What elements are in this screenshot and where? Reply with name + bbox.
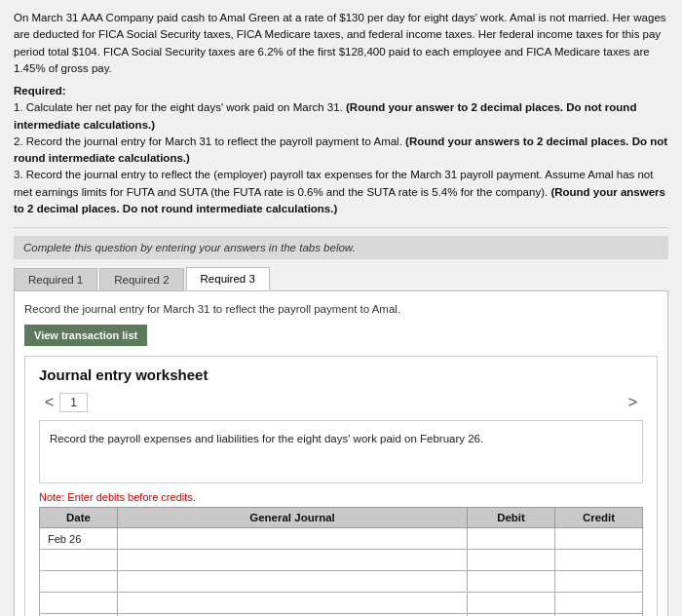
tab-required-3-label: Required 3 (201, 273, 255, 285)
complete-label-text: Complete this question by entering your … (23, 242, 356, 253)
tab-required-1[interactable]: Required 1 (14, 268, 97, 290)
nav-left-arrow[interactable]: < (39, 394, 59, 411)
row-3-journal-input[interactable] (126, 576, 459, 588)
row-2-debit-input[interactable] (475, 555, 547, 566)
problem-text: On March 31 AAA Company paid cash to Ama… (14, 10, 668, 217)
divider-1 (14, 227, 668, 228)
row-3-credit[interactable] (555, 571, 643, 593)
table-header-row: Date General Journal Debit Credit (40, 508, 643, 528)
row-4-journal[interactable] (118, 593, 468, 614)
tab-content-area: Record the journal entry for March 31 to… (14, 290, 668, 616)
journal-table: Date General Journal Debit Credit Feb 26 (39, 507, 643, 616)
row-2-credit-input[interactable] (563, 555, 634, 566)
row-4-debit-input[interactable] (475, 597, 547, 609)
row-1-credit-input[interactable] (563, 533, 634, 545)
row-4-credit-input[interactable] (563, 597, 634, 609)
tab-required-2-label: Required 2 (114, 274, 169, 286)
row-1-debit[interactable] (468, 528, 555, 550)
view-transaction-btn-label: View transaction list (34, 329, 137, 341)
nav-right-arrow[interactable]: > (623, 394, 643, 411)
row-4-credit[interactable] (555, 593, 643, 614)
tabs-row: Required 1 Required 2 Required 3 (14, 267, 668, 290)
entry-description-text: Record the payroll expenses and liabilit… (50, 433, 483, 444)
table-row: Feb 26 (40, 528, 643, 550)
header-date: Date (40, 508, 118, 528)
row-2-credit[interactable] (555, 550, 643, 571)
table-row (40, 571, 643, 593)
row-3-date (40, 571, 118, 593)
tab-required-1-label: Required 1 (28, 274, 83, 286)
worksheet-nav: < 1 > (39, 393, 643, 412)
required-label: Required: (14, 85, 66, 96)
row-1-journal[interactable] (118, 528, 468, 550)
active-tab-instruction-text: Record the journal entry for March 31 to… (24, 303, 400, 315)
item2-text: 2. Record the journal entry for March 31… (14, 135, 402, 147)
tab-required-2[interactable]: Required 2 (99, 268, 183, 290)
row-2-debit[interactable] (468, 550, 555, 571)
header-debit: Debit (468, 508, 555, 528)
row-3-debit-input[interactable] (475, 576, 547, 588)
header-general-journal: General Journal (118, 508, 468, 528)
complete-label: Complete this question by entering your … (14, 236, 668, 259)
row-4-date (40, 593, 118, 614)
row-2-journal-input[interactable] (126, 555, 459, 566)
view-transaction-button[interactable]: View transaction list (24, 325, 147, 346)
row-1-journal-input[interactable] (126, 533, 459, 545)
record-instruction: Record the journal entry for March 31 to… (24, 299, 658, 319)
row-2-date (40, 550, 118, 571)
row-1-debit-input[interactable] (475, 533, 547, 545)
row-4-journal-input[interactable] (126, 597, 459, 609)
table-row (40, 550, 643, 571)
row-1-credit[interactable] (555, 528, 643, 550)
row-3-debit[interactable] (468, 571, 555, 593)
row-2-journal[interactable] (118, 550, 468, 571)
row-3-journal[interactable] (118, 571, 468, 593)
item1-text: 1. Calculate her net pay for the eight d… (14, 101, 343, 113)
intro-paragraph: On March 31 AAA Company paid cash to Ama… (14, 10, 668, 77)
header-credit: Credit (555, 508, 643, 528)
table-row (40, 593, 643, 614)
tab-required-3[interactable]: Required 3 (186, 267, 270, 290)
worksheet-card: Journal entry worksheet < 1 > Record the… (24, 356, 658, 616)
worksheet-title: Journal entry worksheet (39, 366, 643, 383)
nav-page-number: 1 (59, 393, 88, 412)
main-container: On March 31 AAA Company paid cash to Ama… (0, 0, 682, 616)
row-3-credit-input[interactable] (563, 576, 634, 588)
row-4-debit[interactable] (468, 593, 555, 614)
row-1-date: Feb 26 (40, 528, 118, 550)
note-text: Note: Enter debits before credits. (39, 491, 643, 503)
entry-description-box: Record the payroll expenses and liabilit… (39, 420, 643, 483)
